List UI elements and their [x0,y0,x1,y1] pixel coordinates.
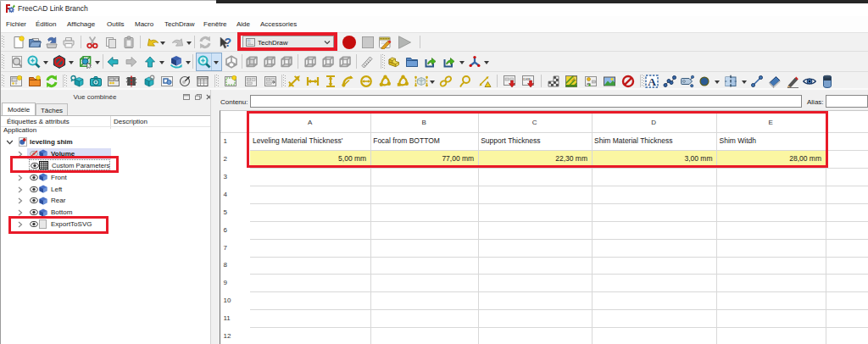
svg-text:A: A [648,75,656,88]
